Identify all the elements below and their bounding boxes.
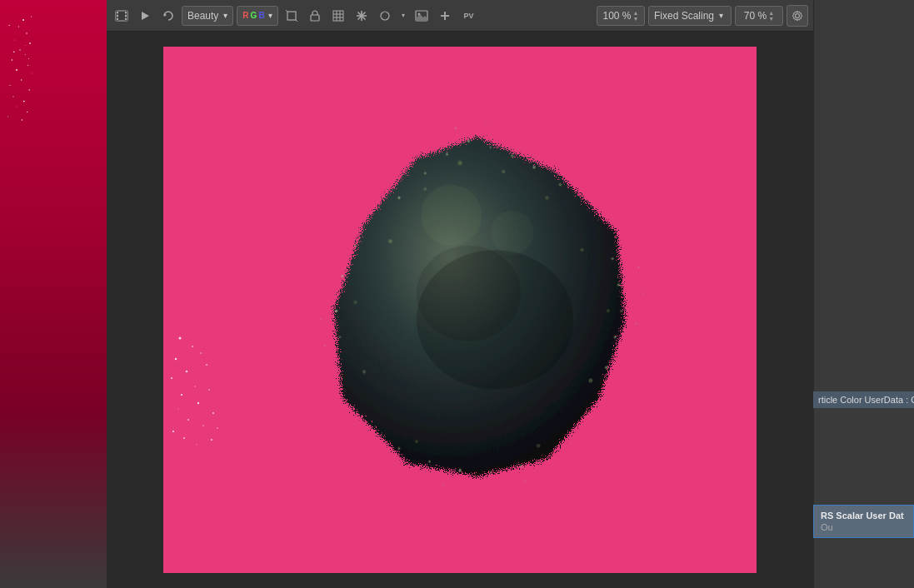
svg-point-62 bbox=[171, 377, 172, 379]
svg-point-99 bbox=[620, 310, 622, 312]
svg-point-66 bbox=[197, 402, 199, 404]
svg-point-109 bbox=[341, 275, 343, 277]
node-label-strip: rticle Color UserData : Co bbox=[813, 391, 914, 408]
svg-point-11 bbox=[21, 79, 22, 80]
svg-point-106 bbox=[397, 447, 400, 450]
svg-point-80 bbox=[423, 187, 427, 191]
svg-line-38 bbox=[296, 20, 297, 22]
g-channel: G bbox=[251, 11, 257, 20]
svg-point-0 bbox=[22, 19, 24, 21]
svg-point-2 bbox=[26, 32, 27, 34]
zoom-stepper[interactable]: ▲ ▼ bbox=[633, 10, 639, 22]
image-icon bbox=[415, 10, 428, 22]
svg-point-61 bbox=[206, 364, 207, 366]
svg-point-77 bbox=[457, 161, 462, 165]
rock-object-svg bbox=[302, 111, 652, 494]
svg-point-65 bbox=[208, 389, 210, 391]
svg-point-63 bbox=[194, 386, 195, 386]
asterisk-button[interactable] bbox=[352, 6, 372, 26]
svg-point-73 bbox=[183, 437, 185, 439]
svg-point-117 bbox=[635, 323, 637, 325]
main-viewport: Beauty R G B bbox=[107, 0, 813, 588]
circle-button[interactable] bbox=[375, 6, 395, 26]
svg-point-121 bbox=[455, 127, 457, 129]
svg-point-60 bbox=[186, 371, 188, 373]
svg-point-104 bbox=[458, 469, 461, 471]
svg-point-84 bbox=[353, 301, 357, 304]
image-button[interactable] bbox=[412, 6, 432, 26]
svg-line-37 bbox=[286, 10, 287, 12]
toolbar: Beauty R G B bbox=[107, 0, 813, 32]
node-box-title: RS Scalar User Dat bbox=[821, 511, 907, 521]
beauty-pass-dropdown[interactable]: Beauty bbox=[182, 6, 233, 26]
grid-icon bbox=[332, 10, 344, 22]
svg-point-89 bbox=[467, 140, 470, 142]
svg-point-82 bbox=[388, 239, 392, 243]
lock-icon bbox=[310, 10, 320, 22]
svg-point-5 bbox=[19, 49, 20, 50]
settings-button[interactable] bbox=[787, 5, 808, 27]
svg-point-72 bbox=[217, 427, 218, 429]
svg-point-69 bbox=[187, 419, 189, 421]
svg-point-71 bbox=[172, 431, 174, 432]
svg-point-14 bbox=[12, 96, 13, 97]
svg-point-57 bbox=[192, 346, 193, 347]
svg-point-119 bbox=[320, 319, 322, 321]
quality-input[interactable]: 70 % ▲ ▼ bbox=[735, 6, 783, 26]
svg-point-15 bbox=[23, 101, 25, 102]
svg-point-3 bbox=[14, 40, 15, 41]
gear-icon bbox=[792, 10, 803, 22]
svg-point-112 bbox=[491, 211, 534, 254]
lock-button[interactable] bbox=[305, 6, 325, 26]
svg-point-120 bbox=[486, 123, 487, 125]
svg-point-86 bbox=[362, 370, 366, 373]
svg-rect-32 bbox=[125, 15, 127, 17]
filmstrip-icon bbox=[115, 9, 128, 22]
node-label-text: rticle Color UserData : Co bbox=[818, 395, 914, 405]
right-panel-spacer bbox=[814, 257, 914, 331]
svg-point-108 bbox=[335, 310, 337, 312]
quality-stepper[interactable]: ▲ ▼ bbox=[768, 10, 774, 22]
svg-point-90 bbox=[489, 146, 492, 148]
crop-icon bbox=[286, 10, 297, 22]
svg-point-17 bbox=[27, 112, 27, 112]
svg-point-18 bbox=[7, 116, 8, 117]
svg-point-1 bbox=[18, 26, 19, 27]
svg-point-13 bbox=[28, 89, 30, 91]
svg-point-97 bbox=[612, 257, 614, 260]
zoom-input[interactable]: 100 % ▲ ▼ bbox=[597, 6, 645, 26]
crop-button[interactable] bbox=[282, 6, 302, 26]
svg-point-85 bbox=[588, 378, 592, 382]
filmstrip-button[interactable] bbox=[112, 6, 132, 26]
pv-button[interactable]: PV bbox=[458, 6, 480, 26]
svg-point-81 bbox=[580, 248, 583, 252]
svg-point-64 bbox=[181, 394, 182, 396]
right-panel-top bbox=[814, 0, 914, 257]
circle-dropdown-arrow[interactable]: ▾ bbox=[398, 6, 408, 26]
svg-point-87 bbox=[537, 444, 541, 448]
svg-point-22 bbox=[25, 45, 26, 46]
node-box[interactable]: RS Scalar User Dat Ou bbox=[813, 505, 914, 538]
add-button[interactable] bbox=[435, 6, 455, 26]
svg-point-92 bbox=[446, 153, 448, 156]
rgb-dropdown[interactable]: R G B bbox=[237, 6, 277, 26]
svg-point-118 bbox=[324, 345, 326, 346]
scaling-label: Fixed Scaling bbox=[654, 10, 714, 22]
svg-point-10 bbox=[32, 73, 32, 74]
svg-rect-30 bbox=[117, 18, 118, 20]
svg-point-56 bbox=[179, 337, 182, 340]
svg-point-4 bbox=[29, 42, 31, 44]
grid-button[interactable] bbox=[328, 6, 348, 26]
scaling-dropdown[interactable]: Fixed Scaling bbox=[648, 6, 732, 26]
refresh-button[interactable] bbox=[158, 6, 178, 26]
svg-point-16 bbox=[17, 107, 17, 107]
svg-rect-36 bbox=[287, 12, 296, 20]
play-button[interactable] bbox=[135, 6, 155, 26]
svg-point-68 bbox=[212, 412, 214, 414]
svg-point-58 bbox=[175, 358, 177, 360]
svg-point-114 bbox=[417, 246, 521, 341]
svg-point-115 bbox=[637, 267, 639, 268]
left-panel bbox=[0, 0, 107, 588]
asterisk-icon bbox=[356, 10, 367, 22]
svg-marker-34 bbox=[142, 12, 149, 20]
